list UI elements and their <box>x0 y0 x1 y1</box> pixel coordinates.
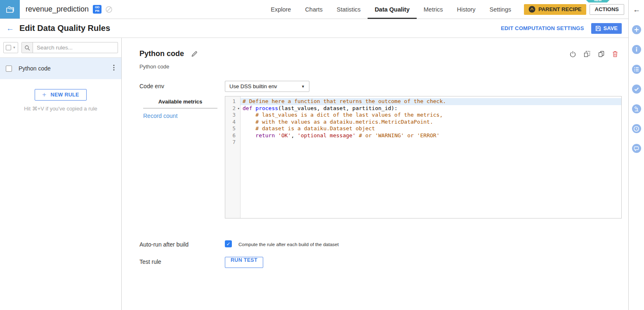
tab-data-quality[interactable]: Data Quality <box>368 0 417 19</box>
search-icon[interactable] <box>22 42 33 53</box>
right-panel-rail: ← <box>628 0 644 310</box>
actions-label: ACTIONS <box>595 6 619 12</box>
search-rules-input[interactable] <box>33 45 118 51</box>
collapse-panel-arrow-icon[interactable]: ← <box>633 5 640 14</box>
parent-recipe-button[interactable]: PARENT RECIPE <box>524 4 586 15</box>
rule-checkbox[interactable] <box>6 66 12 72</box>
disable-rule-power-icon[interactable] <box>570 51 576 57</box>
gdpr-badge: GDPR <box>93 5 101 14</box>
edit-computation-settings-link[interactable]: EDIT COMPUTATION SETTINGS <box>501 25 584 31</box>
rule-subtitle: Python code <box>139 63 169 70</box>
lab-microscope-icon[interactable] <box>632 104 641 113</box>
sharing-disabled-icon <box>105 6 113 13</box>
tab-metrics[interactable]: Metrics <box>417 0 450 19</box>
parent-recipe-label: PARENT RECIPE <box>538 6 582 12</box>
rules-sidebar: ▼ Python code <box>0 38 122 310</box>
save-icon <box>595 26 601 31</box>
rule-menu-icon[interactable] <box>112 63 116 73</box>
recipe-icon <box>528 6 535 13</box>
rule-list-item-python-code[interactable]: Python code <box>0 58 121 79</box>
top-bar: revenue_prediction GDPR Explore Charts S… <box>0 0 628 19</box>
available-metrics-header: Available metrics <box>143 99 217 105</box>
dataset-tabs: Explore Charts Statistics Data Quality M… <box>264 0 518 19</box>
autorun-label: Auto-run after build <box>139 241 189 248</box>
delete-rule-trash-icon[interactable] <box>612 51 618 57</box>
checks-check-icon[interactable] <box>632 85 641 94</box>
chevron-down-icon: ▼ <box>13 46 16 49</box>
save-button[interactable]: SAVE <box>591 23 622 34</box>
code-env-label: Code env <box>139 83 164 89</box>
save-label: SAVE <box>604 25 618 31</box>
tab-explore[interactable]: Explore <box>264 0 298 19</box>
metrics-divider <box>143 108 217 108</box>
tab-statistics[interactable]: Statistics <box>330 0 368 19</box>
rule-editor-panel: Python code Python code <box>122 38 628 310</box>
plus-icon: + <box>42 91 46 99</box>
rule-name: Python code <box>19 65 112 72</box>
discussions-chat-icon[interactable] <box>632 144 641 153</box>
test-rule-label: Test rule <box>139 258 161 265</box>
back-arrow-icon[interactable]: ← <box>6 24 14 33</box>
edit-title-pencil-icon[interactable] <box>191 51 198 57</box>
code-env-select[interactable]: Use DSS builtin env ▼ <box>225 81 309 92</box>
page-header: ← Edit Data Quality Rules EDIT COMPUTATI… <box>0 19 628 38</box>
actions-button[interactable]: ACTIONS <box>590 4 625 15</box>
paste-rule-hint: Hit ⌘+V if you've copied a rule <box>0 106 121 112</box>
rules-list: Python code <box>0 57 121 79</box>
autorun-checkbox[interactable]: ✓ <box>225 240 232 247</box>
editor-gutter: 12▾34567 <box>225 96 241 218</box>
app-window: revenue_prediction GDPR Explore Charts S… <box>0 0 644 310</box>
tab-charts[interactable]: Charts <box>298 0 330 19</box>
tab-history[interactable]: History <box>450 0 482 19</box>
timeline-clock-icon[interactable] <box>632 124 641 133</box>
search-rules-box <box>21 42 118 53</box>
new-rule-label: NEW RULE <box>51 92 79 98</box>
new-badge: NEW <box>585 0 611 2</box>
python-code-editor[interactable]: 12▾34567 # Define here a function that r… <box>225 96 622 218</box>
new-rule-button[interactable]: + NEW RULE <box>35 89 86 101</box>
tab-settings[interactable]: Settings <box>483 0 518 19</box>
editor-code[interactable]: # Define here a function that returns th… <box>241 96 621 218</box>
paste-rule-icon[interactable] <box>584 51 590 57</box>
run-test-button[interactable]: RUN TEST <box>225 257 263 268</box>
code-env-value: Use DSS builtin env <box>229 83 277 89</box>
metric-link-record-count[interactable]: Record count <box>143 113 177 119</box>
actions-plus-icon[interactable] <box>632 25 641 34</box>
schema-list-icon[interactable] <box>632 65 641 74</box>
dataset-folder-icon[interactable] <box>0 0 20 19</box>
run-test-label: RUN TEST <box>231 257 257 263</box>
dataset-title: revenue_prediction <box>26 5 89 14</box>
copy-rule-icon[interactable] <box>598 51 604 57</box>
autorun-checkbox-label: Compute the rule after each build of the… <box>238 242 339 247</box>
select-all-checkbox[interactable] <box>6 45 11 50</box>
page-title: Edit Data Quality Rules <box>19 23 110 33</box>
details-info-icon[interactable] <box>632 45 641 54</box>
select-caret-icon: ▼ <box>301 85 305 89</box>
select-all-dropdown[interactable]: ▼ <box>3 42 18 53</box>
rule-title: Python code <box>139 49 184 58</box>
